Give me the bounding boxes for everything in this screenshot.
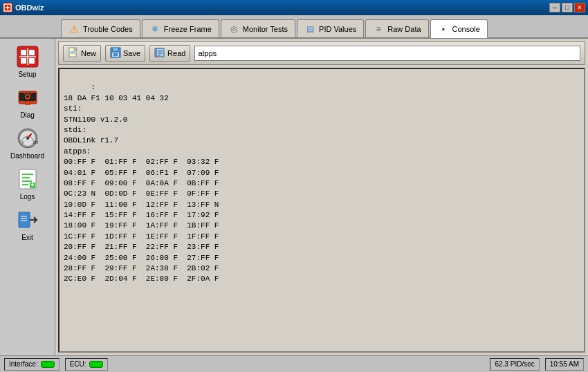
time-text: 10:55 AM [550, 360, 579, 368]
tab-raw-data-label: Raw Data [387, 25, 421, 33]
console-output: : 18 DA F1 10 03 41 04 32 sti: STN1100 v… [58, 68, 585, 353]
save-button-label: Save [123, 49, 140, 57]
svg-text:120: 120 [33, 140, 39, 145]
diag-icon [15, 85, 40, 110]
new-icon [68, 47, 79, 60]
sidebar-exit-label: Exit [21, 234, 33, 241]
svg-rect-7 [29, 58, 35, 64]
tab-bar: ⚠ Trouble Codes ❄ Freeze Frame ◎ Monitor… [0, 15, 588, 39]
tab-monitor-tests-label: Monitor Tests [243, 25, 288, 33]
svg-rect-6 [21, 58, 26, 64]
new-button[interactable]: New [63, 45, 101, 62]
main-layout: Setup Diag [0, 39, 588, 355]
trouble-codes-icon: ⚠ [68, 24, 80, 35]
tab-trouble-codes[interactable]: ⚠ Trouble Codes [61, 19, 140, 37]
title-bar-left: OBDwiz [3, 3, 44, 12]
status-bar: Interface: ECU: 62.3 PID/sec 10:55 AM [0, 355, 588, 372]
new-button-label: New [81, 49, 96, 57]
sidebar-dashboard-label: Dashboard [10, 152, 44, 160]
window-title: OBDwiz [15, 3, 44, 12]
title-bar: OBDwiz ─ □ ✕ [0, 0, 588, 15]
svg-rect-5 [29, 50, 35, 55]
ecu-led [89, 361, 103, 368]
close-button[interactable]: ✕ [574, 3, 585, 12]
svg-rect-31 [19, 212, 30, 227]
content-area: New Save [55, 39, 588, 355]
svg-rect-42 [113, 53, 118, 56]
exit-icon [15, 207, 40, 232]
interface-status: Interface: [4, 358, 59, 371]
sidebar-item-setup[interactable]: Setup [3, 41, 52, 81]
sidebar-logs-label: Logs [20, 193, 35, 201]
console-input[interactable] [194, 46, 580, 61]
console-text: : 18 DA F1 10 03 41 04 32 sti: STN1100 v… [64, 83, 219, 283]
save-button[interactable]: Save [105, 45, 145, 62]
sidebar-item-diag[interactable]: Diag [3, 82, 52, 122]
sidebar-diag-label: Diag [20, 111, 35, 119]
sidebar-item-dashboard[interactable]: 0 120 Dashboard [3, 123, 52, 162]
minimize-button[interactable]: ─ [549, 3, 560, 12]
logs-icon [15, 167, 40, 192]
maximize-button[interactable]: □ [562, 3, 573, 12]
freeze-frame-icon: ❄ [149, 24, 160, 35]
tab-pid-values-label: PID Values [319, 25, 356, 33]
title-bar-controls[interactable]: ─ □ ✕ [549, 3, 585, 12]
svg-point-21 [26, 137, 29, 140]
tab-freeze-frame[interactable]: ❄ Freeze Frame [142, 19, 219, 37]
tab-raw-data[interactable]: ≡ Raw Data [365, 19, 428, 37]
sidebar-item-exit[interactable]: Exit [3, 205, 52, 244]
console-tab-icon: ▪ [438, 24, 449, 35]
tab-console[interactable]: ▪ Console [430, 19, 488, 38]
pid-values-icon: ▤ [304, 24, 315, 35]
ecu-label: ECU: [70, 360, 86, 368]
tab-console-label: Console [452, 25, 480, 33]
monitor-tests-icon: ◎ [228, 24, 239, 35]
time-status: 10:55 AM [545, 358, 584, 371]
tab-monitor-tests[interactable]: ◎ Monitor Tests [221, 19, 295, 37]
tab-freeze-frame-label: Freeze Frame [164, 25, 212, 33]
read-button[interactable]: Read [149, 45, 190, 62]
sidebar-setup-label: Setup [18, 71, 36, 78]
interface-led [41, 361, 55, 368]
ecu-status: ECU: [65, 358, 108, 371]
pid-rate-status: 62.3 PID/sec [490, 358, 539, 371]
raw-data-icon: ≡ [373, 24, 384, 35]
svg-rect-40 [113, 48, 118, 51]
svg-rect-12 [25, 104, 30, 105]
read-icon [154, 47, 165, 60]
save-icon [110, 47, 121, 60]
pid-rate-text: 62.3 PID/sec [495, 360, 534, 368]
sidebar: Setup Diag [0, 39, 55, 355]
tab-trouble-codes-label: Trouble Codes [83, 25, 133, 33]
read-button-label: Read [167, 49, 185, 57]
interface-label: Interface: [9, 360, 38, 368]
setup-icon [15, 44, 40, 69]
svg-text:0: 0 [22, 140, 24, 145]
sidebar-item-logs[interactable]: Logs [3, 164, 52, 203]
tab-pid-values[interactable]: ▤ PID Values [297, 19, 364, 37]
svg-rect-4 [21, 50, 26, 55]
dashboard-icon: 0 120 [15, 126, 40, 151]
app-icon [3, 3, 12, 12]
toolbar: New Save [58, 41, 585, 65]
